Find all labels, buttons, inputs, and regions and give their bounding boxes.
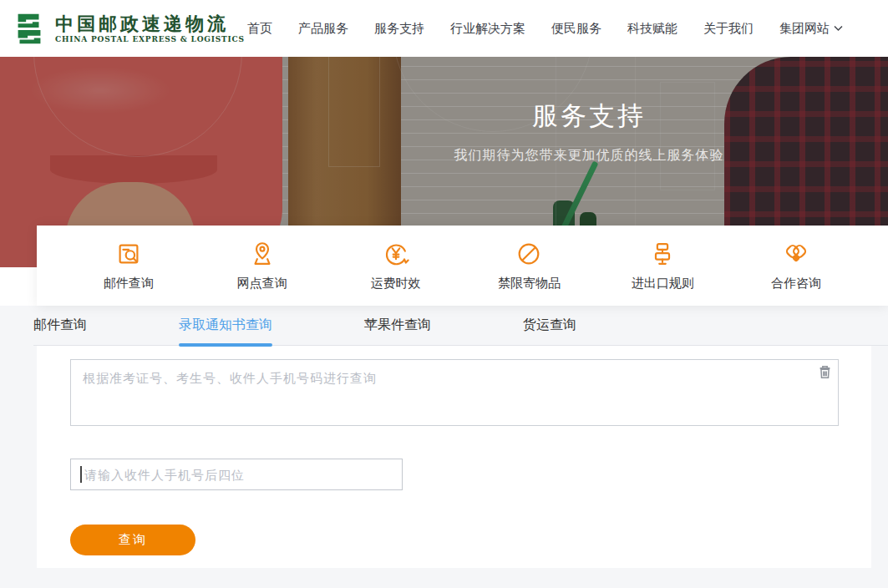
phone-last4-input[interactable] <box>70 459 403 490</box>
nav-item-industry-solutions[interactable]: 行业解决方案 <box>450 21 525 37</box>
query-submit-button[interactable]: 查询 <box>70 525 195 555</box>
hero-text: 服务支持 我们期待为您带来更加优质的线上服务体验 <box>338 99 840 165</box>
page-subtitle: 我们期待为您带来更加优质的线上服务体验 <box>338 147 840 165</box>
query-tabs: 邮件查询 录取通知书查询 苹果件查询 货运查询 <box>33 317 888 346</box>
service-item-prohibited-items[interactable]: 禁限寄物品 <box>489 240 569 291</box>
nav-item-convenience-services[interactable]: 便民服务 <box>551 21 601 37</box>
phone-input-wrap <box>70 459 403 490</box>
service-item-cooperation[interactable]: 合作咨询 <box>756 240 836 291</box>
service-item-mail-tracking[interactable]: 邮件查询 <box>89 240 169 291</box>
service-shortcut-card: 邮件查询 网点查询 运费时效 禁限寄物品 <box>37 226 888 306</box>
site-logo[interactable]: 中国邮政速递物流 CHINA POSTAL EXPRESS & LOGISTIC… <box>10 9 245 48</box>
tab-freight-query[interactable]: 货运查询 <box>523 317 576 345</box>
trash-icon <box>817 364 833 380</box>
prohibited-icon <box>515 240 543 268</box>
nav-item-group-website[interactable]: 集团网站 <box>779 21 843 37</box>
location-pin-icon <box>248 240 277 268</box>
service-label: 禁限寄物品 <box>498 276 561 291</box>
service-label: 网点查询 <box>237 276 287 291</box>
query-section: 邮件查询 录取通知书查询 苹果件查询 货运查询 查询 <box>0 306 888 588</box>
logo-subtitle: CHINA POSTAL EXPRESS & LOGISTICS <box>55 35 245 43</box>
query-form-panel: 查询 <box>37 346 871 568</box>
mail-search-icon <box>114 240 143 268</box>
logo-title: 中国邮政速递物流 <box>55 13 245 33</box>
chevron-down-icon <box>834 25 843 32</box>
service-label: 合作咨询 <box>771 276 821 291</box>
nav-item-about-us[interactable]: 关于我们 <box>703 21 754 37</box>
admission-query-textarea[interactable] <box>70 359 839 426</box>
china-post-emblem-icon <box>10 9 48 48</box>
page-title: 服务支持 <box>338 99 840 134</box>
yuan-circle-icon <box>382 240 410 268</box>
service-item-freight-time[interactable]: 运费时效 <box>356 240 436 291</box>
nav-item-products[interactable]: 产品服务 <box>298 21 348 37</box>
text-caret <box>80 466 82 483</box>
import-export-flow-icon <box>648 240 677 268</box>
nav-item-service-support[interactable]: 服务支持 <box>374 21 424 37</box>
tab-mail-query[interactable]: 邮件查询 <box>33 317 87 345</box>
service-label: 运费时效 <box>371 276 421 291</box>
clear-button[interactable] <box>816 364 833 381</box>
handshake-icon <box>782 240 810 268</box>
top-header: 中国邮政速递物流 CHINA POSTAL EXPRESS & LOGISTIC… <box>0 0 888 57</box>
nav-item-home[interactable]: 首页 <box>247 21 272 37</box>
service-label: 进出口规则 <box>632 276 694 291</box>
service-label: 邮件查询 <box>104 276 154 291</box>
logo-text: 中国邮政速递物流 CHINA POSTAL EXPRESS & LOGISTIC… <box>55 13 245 43</box>
query-textarea-wrap <box>70 359 839 426</box>
service-item-outlet-search[interactable]: 网点查询 <box>222 240 302 291</box>
main-nav: 首页 产品服务 服务支持 行业解决方案 便民服务 科技赋能 关于我们 集团网站 <box>247 21 843 37</box>
service-item-import-export-rules[interactable]: 进出口规则 <box>622 240 703 291</box>
tab-apple-query[interactable]: 苹果件查询 <box>364 317 431 345</box>
nav-item-technology[interactable]: 科技赋能 <box>627 21 677 37</box>
tab-admission-letter-query[interactable]: 录取通知书查询 <box>179 317 272 345</box>
